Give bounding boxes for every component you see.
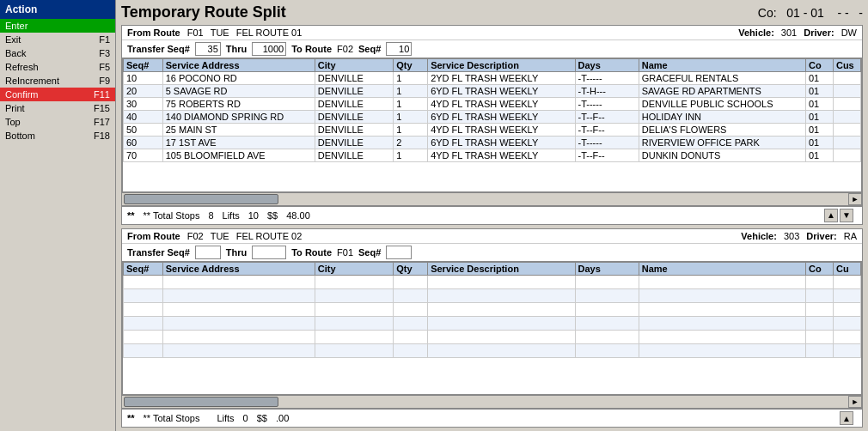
col-city: City bbox=[315, 59, 393, 72]
col-desc: Service Description bbox=[428, 59, 575, 72]
page-title: Temporary Route Split bbox=[121, 3, 286, 21]
vehicle-label2: Vehicle: bbox=[741, 231, 777, 241]
from-route-value: F01 bbox=[187, 27, 204, 38]
table-row[interactable] bbox=[124, 288, 861, 302]
col-cus: Cus bbox=[833, 59, 860, 72]
to-route-value2: F01 bbox=[337, 247, 353, 258]
route1-table-container: Seq# Service Address City Qty Service De… bbox=[122, 58, 862, 192]
col-qty: Qty bbox=[394, 59, 428, 72]
table-row[interactable]: 3075 ROBERTS RDDENVILLE14YD FL TRASH WEE… bbox=[124, 98, 861, 111]
driver-value2: RA bbox=[844, 231, 857, 241]
dashes: - - bbox=[837, 6, 848, 20]
from-route-value2: F02 bbox=[187, 231, 204, 241]
day-value: TUE bbox=[211, 27, 229, 38]
table-row[interactable]: 205 SAVAGE RDDENVILLE16YD FL TRASH WEEKL… bbox=[124, 85, 861, 98]
col-name: Name bbox=[639, 59, 805, 72]
sidebar-item-label: Print bbox=[5, 103, 25, 113]
sidebar-item-exit[interactable]: Exit F1 bbox=[0, 33, 115, 46]
route2-up-btn[interactable]: ▲ bbox=[840, 411, 853, 425]
from-route-label: From Route bbox=[127, 27, 180, 38]
seq-label2: Seq# bbox=[358, 247, 381, 258]
route2-panel: From Route F02 TUE FEL ROUTE 02 Vehicle:… bbox=[121, 228, 863, 428]
route1-down-btn[interactable]: ▼ bbox=[840, 209, 853, 222]
sidebar-item-bottom[interactable]: Bottom F18 bbox=[0, 129, 115, 143]
ss-label: $$ bbox=[267, 210, 278, 221]
table-row[interactable]: 5025 MAIN STDENVILLE14YD FL TRASH WEEKLY… bbox=[124, 124, 861, 137]
total-label2: ** bbox=[127, 413, 135, 423]
table-row[interactable] bbox=[124, 275, 861, 288]
sidebar-item-shortcut: F9 bbox=[99, 76, 110, 86]
transfer-seq-label2: Transfer Seq# bbox=[127, 247, 190, 258]
sidebar: Action Enter Exit F1 Back F3 Refresh F5 … bbox=[0, 0, 116, 431]
table-row[interactable] bbox=[124, 343, 861, 357]
lifts-value2: 0 bbox=[243, 413, 248, 423]
sidebar-item-shortcut: F11 bbox=[94, 89, 110, 100]
table-row[interactable]: 40140 DIAMOND SPRING RDDENVILLE16YD FL T… bbox=[124, 111, 861, 124]
table-row[interactable]: 6017 1ST AVEDENVILLE26YD FL TRASH WEEKLY… bbox=[124, 137, 861, 149]
sidebar-item-back[interactable]: Back F3 bbox=[0, 46, 115, 60]
route2-table: Seq# Service Address City Qty Service De… bbox=[123, 262, 861, 358]
col-seq: Seq# bbox=[124, 59, 163, 72]
transfer-seq-input2[interactable] bbox=[195, 246, 221, 259]
route1-panel: From Route F01 TUE FEL ROUTE 01 Vehicle:… bbox=[121, 25, 863, 225]
day-value2: TUE bbox=[211, 231, 229, 241]
route2-scroll-right-btn[interactable]: ► bbox=[848, 396, 862, 408]
sidebar-item-shortcut: F15 bbox=[94, 103, 110, 113]
col-co2: Co bbox=[805, 262, 833, 275]
lifts-label: Lifts bbox=[223, 210, 240, 221]
route1-scroll-right-btn[interactable]: ► bbox=[848, 193, 862, 205]
seq-input2[interactable] bbox=[386, 246, 412, 259]
sidebar-item-confirm[interactable]: Confirm F11 bbox=[0, 88, 115, 101]
seq-input[interactable] bbox=[386, 42, 412, 56]
col-seq2: Seq# bbox=[124, 262, 163, 275]
route1-info-row: From Route F01 TUE FEL ROUTE 01 Vehicle:… bbox=[122, 26, 862, 40]
lifts-value: 10 bbox=[248, 210, 259, 221]
driver-label2: Driver: bbox=[806, 231, 836, 241]
col-qty2: Qty bbox=[394, 262, 428, 275]
co-value: 01 - 01 bbox=[786, 6, 824, 20]
route2-table-header: Seq# Service Address City Qty Service De… bbox=[124, 262, 861, 275]
table-row[interactable]: 1016 POCONO RDDENVILLE12YD FL TRASH WEEK… bbox=[124, 72, 861, 85]
route1-up-btn[interactable]: ▲ bbox=[824, 209, 838, 222]
sidebar-item-top[interactable]: Top F17 bbox=[0, 115, 115, 129]
table-row[interactable] bbox=[124, 302, 861, 316]
col-address2: Service Address bbox=[162, 262, 315, 275]
sidebar-item-shortcut: F18 bbox=[94, 131, 110, 141]
col-days2: Days bbox=[575, 262, 639, 275]
route2-totals-row: ** ** Total Stops Lifts 0 $$ .00 ▲ bbox=[122, 409, 862, 427]
sidebar-item-enter[interactable]: Enter bbox=[0, 19, 115, 33]
vehicle-value: 301 bbox=[781, 27, 797, 38]
co-label: Co: bbox=[758, 6, 777, 20]
sidebar-item-shortcut: F17 bbox=[94, 117, 110, 127]
sidebar-item-refresh[interactable]: Refresh F5 bbox=[0, 60, 115, 74]
route1-scrollbar-row: ► bbox=[122, 192, 862, 206]
total-stops-label: ** Total Stops bbox=[144, 210, 200, 221]
thru-input2[interactable] bbox=[252, 246, 286, 259]
route2-info-row: From Route F02 TUE FEL ROUTE 02 Vehicle:… bbox=[122, 229, 862, 244]
col-desc2: Service Description bbox=[428, 262, 575, 275]
table-row[interactable] bbox=[124, 316, 861, 330]
ss-value: 48.00 bbox=[286, 210, 310, 221]
route1-scrollbar[interactable] bbox=[124, 194, 278, 204]
to-route-label: To Route bbox=[291, 44, 332, 54]
transfer-seq-input[interactable] bbox=[195, 42, 221, 56]
thru-input[interactable] bbox=[252, 42, 286, 56]
route1-transfer-row: Transfer Seq# Thru To Route F02 Seq# bbox=[122, 40, 862, 58]
from-route-label2: From Route bbox=[127, 231, 180, 241]
sidebar-title: Action bbox=[0, 0, 115, 19]
sidebar-item-label: Refresh bbox=[5, 62, 39, 72]
sidebar-item-reincrement[interactable]: ReIncrement F9 bbox=[0, 74, 115, 88]
col-days: Days bbox=[575, 59, 639, 72]
sidebar-item-label: Bottom bbox=[5, 131, 35, 141]
sidebar-item-print[interactable]: Print F15 bbox=[0, 101, 115, 115]
table-row[interactable] bbox=[124, 330, 861, 343]
sidebar-item-label: Exit bbox=[5, 34, 21, 45]
page-info: Co: 01 - 01 - - - bbox=[758, 6, 863, 20]
page-header: Temporary Route Split Co: 01 - 01 - - - bbox=[121, 3, 863, 21]
sidebar-item-label: Top bbox=[5, 117, 21, 127]
route1-nav-btns: ▲ ▼ bbox=[824, 209, 853, 222]
table-row[interactable]: 70105 BLOOMFIELD AVEDENVILLE14YD FL TRAS… bbox=[124, 149, 861, 162]
col-cu2: Cu bbox=[833, 262, 860, 275]
route2-scrollbar[interactable] bbox=[124, 397, 278, 407]
route2-scrollbar-row: ► bbox=[122, 395, 862, 409]
